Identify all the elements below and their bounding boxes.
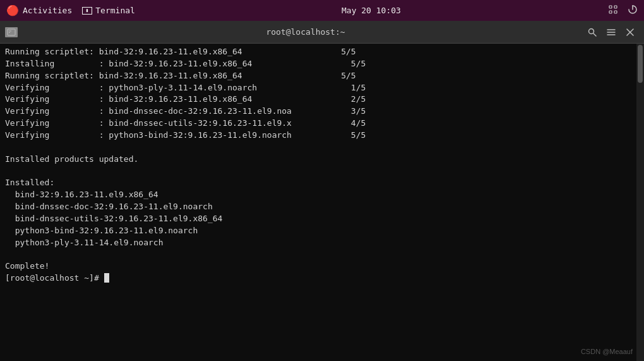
titlebar-left — [5, 27, 28, 37]
system-bar-left: 🔴 Activities ▮ Terminal — [6, 4, 135, 16]
terminal-window: root@localhost:~ — [0, 21, 644, 361]
svg-rect-6 — [8, 29, 15, 35]
system-bar-right — [607, 4, 638, 17]
svg-rect-2 — [609, 11, 612, 13]
close-button[interactable] — [621, 23, 639, 41]
svg-rect-3 — [614, 11, 617, 13]
scrollbar-thumb[interactable] — [638, 45, 643, 83]
power-icon[interactable] — [628, 4, 638, 16]
terminal-taskbar-button[interactable]: ▮ Terminal — [82, 6, 135, 15]
redhat-icon: 🔴 — [6, 4, 19, 16]
svg-point-9 — [589, 28, 594, 34]
terminal-small-icon: ▮ — [82, 7, 92, 15]
activities-label: Activities — [23, 6, 72, 15]
titlebar-controls — [583, 23, 639, 41]
svg-rect-0 — [609, 6, 612, 8]
cursor — [104, 273, 109, 283]
command-prompt: [root@localhost ~]# — [5, 273, 104, 283]
activities-button[interactable]: 🔴 Activities — [6, 4, 72, 16]
terminal-content[interactable]: Running scriptlet: bind-32:9.16.23-11.el… — [0, 44, 644, 361]
terminal-file-icon — [5, 27, 18, 37]
terminal-output: Running scriptlet: bind-32:9.16.23-11.el… — [5, 46, 639, 285]
svg-line-10 — [593, 34, 596, 36]
watermark: CSDN @Meaauf — [581, 347, 633, 357]
search-button[interactable] — [583, 23, 601, 41]
terminal-titlebar: root@localhost:~ — [0, 21, 644, 44]
system-bar: 🔴 Activities ▮ Terminal May 20 10:03 — [0, 0, 644, 21]
menu-button[interactable] — [602, 23, 620, 41]
system-datetime: May 20 10:03 — [342, 6, 401, 15]
terminal-taskbar-label: Terminal — [95, 6, 135, 15]
network-icon[interactable] — [607, 4, 619, 17]
terminal-title: root@localhost:~ — [28, 27, 583, 37]
svg-rect-1 — [614, 6, 617, 8]
scrollbar[interactable] — [636, 44, 644, 361]
